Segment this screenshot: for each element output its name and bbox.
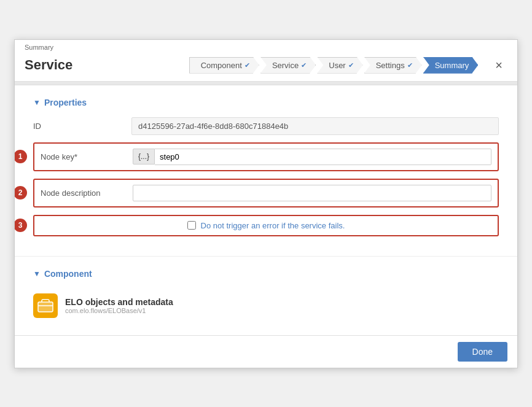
svg-rect-0 [38, 302, 53, 312]
properties-section-header[interactable]: ▼ Properties [33, 98, 499, 107]
id-label: ID [33, 122, 131, 131]
component-item: ELO objects and metadata com.elo.flows/E… [33, 289, 499, 323]
badge-1: 1 [15, 150, 27, 163]
id-field-row: ID [33, 117, 499, 135]
component-section-header[interactable]: ▼ Component [33, 269, 499, 279]
component-section: ▼ Component ELO objects and metadata com… [15, 257, 517, 335]
component-name: ELO objects and metadata [65, 297, 173, 307]
node-key-bracket-button[interactable]: {...} [133, 149, 155, 165]
no-error-checkbox[interactable] [187, 221, 196, 230]
step-settings-label: Settings [376, 61, 405, 70]
badge-3: 3 [15, 219, 27, 232]
breadcrumb: Summary [15, 40, 517, 52]
node-desc-wrapper: 2 Node description [33, 179, 499, 207]
properties-title: Properties [44, 98, 87, 107]
id-input [131, 117, 499, 135]
no-error-label: Do not trigger an error if the service f… [201, 221, 345, 230]
step-user-check: ✔ [348, 61, 354, 69]
checkbox-field-row: Do not trigger an error if the service f… [33, 215, 499, 236]
checkbox-wrapper: 3 Do not trigger an error if the service… [33, 215, 499, 236]
node-key-input-wrap: {...} [133, 149, 491, 165]
modal-header: Service Component ✔ Service ✔ User ✔ Set… [15, 52, 517, 82]
node-desc-input[interactable] [133, 185, 491, 201]
step-settings-check: ✔ [407, 61, 413, 69]
node-key-input[interactable] [155, 149, 491, 165]
page-title: Service [25, 57, 189, 73]
step-service[interactable]: Service ✔ [260, 57, 316, 74]
node-key-wrapper: 1 Node key* {...} [33, 142, 499, 171]
id-value-wrap [131, 117, 499, 135]
properties-chevron-icon: ▼ [33, 98, 41, 107]
step-component-check: ✔ [244, 61, 250, 69]
badge-2: 2 [15, 186, 27, 200]
step-user-label: User [329, 61, 345, 70]
step-summary[interactable]: Summary [423, 57, 479, 74]
node-key-field-row: Node key* {...} [33, 142, 499, 171]
step-summary-label: Summary [435, 61, 469, 70]
step-service-check: ✔ [301, 61, 307, 69]
node-desc-field-row: Node description [33, 179, 499, 207]
wizard-steps: Component ✔ Service ✔ User ✔ Settings ✔ … [189, 57, 480, 74]
modal-footer: Done [15, 335, 517, 368]
component-path: com.elo.flows/ELOBase/v1 [65, 307, 173, 314]
step-component[interactable]: Component ✔ [189, 57, 259, 74]
done-button[interactable]: Done [458, 342, 507, 362]
component-chevron-icon: ▼ [33, 269, 41, 278]
checkbox-row: Do not trigger an error if the service f… [41, 221, 491, 230]
step-user[interactable]: User ✔ [317, 57, 362, 74]
close-button[interactable]: × [490, 56, 507, 75]
breadcrumb-text: Summary [25, 44, 53, 51]
step-settings[interactable]: Settings ✔ [364, 57, 422, 74]
component-icon [33, 293, 58, 318]
step-component-label: Component [201, 61, 242, 70]
component-info: ELO objects and metadata com.elo.flows/E… [65, 297, 173, 314]
properties-section: ▼ Properties ID 1 Node key* {...} [15, 85, 517, 257]
component-title: Component [44, 269, 92, 279]
node-key-label: Node key* [41, 152, 133, 161]
step-service-label: Service [272, 61, 299, 70]
modal-container: Summary Service Component ✔ Service ✔ Us… [14, 39, 518, 368]
node-desc-label: Node description [41, 188, 133, 198]
modal-body: ▼ Properties ID 1 Node key* {...} [15, 85, 517, 335]
